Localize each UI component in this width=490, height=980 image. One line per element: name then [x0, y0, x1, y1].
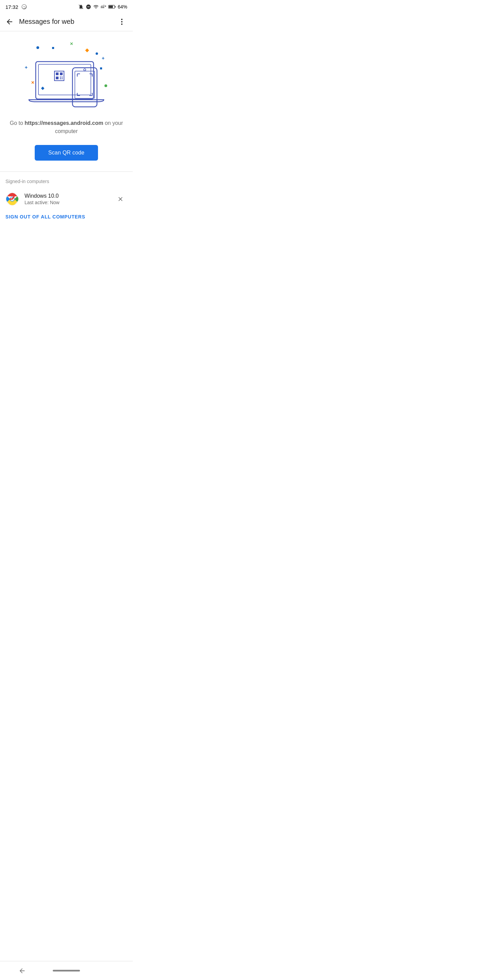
deco-square-2 [100, 67, 102, 69]
svg-rect-5 [109, 5, 113, 8]
svg-rect-11 [38, 64, 91, 95]
devices-illustration [22, 40, 111, 111]
svg-rect-24 [75, 71, 95, 98]
page-title: Messages for web [19, 18, 114, 25]
top-bar: Messages for web [0, 12, 133, 31]
signal-icon [101, 4, 106, 10]
wifi-icon [93, 4, 99, 10]
messenger-icon [21, 4, 27, 10]
sign-out-all-button[interactable]: SIGN OUT OF ALL COMPUTERS [5, 211, 86, 222]
svg-point-8 [121, 21, 123, 22]
battery-percent: 64% [118, 4, 127, 10]
more-options-button[interactable] [114, 14, 130, 30]
svg-rect-16 [60, 76, 61, 78]
computer-name: Windows 10.0 [24, 193, 114, 199]
deco-x-2: ✕ [31, 80, 34, 85]
deco-dot-2 [95, 52, 98, 55]
svg-rect-13 [56, 73, 59, 75]
url-text: https://messages.android.com [24, 120, 103, 126]
deco-x-1: ✕ [70, 41, 73, 46]
status-right: 64% [78, 4, 127, 10]
svg-rect-15 [56, 76, 59, 79]
svg-rect-14 [60, 73, 63, 75]
computer-last-active: Last active: Now [24, 200, 114, 205]
svg-rect-19 [62, 78, 63, 79]
computer-row: Windows 10.0 Last active: Now [5, 189, 127, 208]
time-display: 17:32 [5, 4, 18, 10]
deco-dot-1 [37, 46, 39, 49]
computer-info: Windows 10.0 Last active: Now [24, 193, 114, 205]
section-label: Signed-in computers [5, 179, 127, 184]
svg-rect-18 [60, 78, 61, 79]
battery-icon [108, 5, 116, 9]
svg-point-9 [121, 24, 123, 25]
dnd-icon [86, 4, 91, 10]
deco-dot-3 [105, 84, 107, 87]
close-icon [117, 196, 124, 202]
qr-illustration: ✕ + + ✕ [22, 40, 111, 111]
deco-square-1 [52, 47, 54, 49]
svg-rect-10 [36, 62, 94, 99]
back-button[interactable] [2, 14, 18, 30]
deco-plus-1: + [102, 56, 105, 60]
svg-point-7 [121, 19, 123, 20]
computers-section: Signed-in computers [0, 172, 133, 229]
back-arrow-icon [5, 18, 14, 26]
svg-point-25 [84, 69, 86, 71]
svg-rect-17 [62, 76, 63, 78]
chrome-icon [5, 192, 19, 206]
deco-plus-2: + [25, 65, 27, 70]
notification-muted-icon [78, 4, 84, 10]
scan-qr-button[interactable]: Scan QR code [35, 145, 98, 161]
remove-computer-button[interactable] [114, 192, 127, 206]
instruction-text: Go to https://messages.android.com on yo… [7, 119, 126, 135]
svg-rect-6 [115, 6, 116, 8]
status-bar: 17:32 64% [0, 0, 133, 12]
status-left: 17:32 [5, 4, 27, 10]
hero-section: ✕ + + ✕ Go to https://messages.android.c… [0, 31, 133, 172]
more-vertical-icon [118, 18, 126, 26]
